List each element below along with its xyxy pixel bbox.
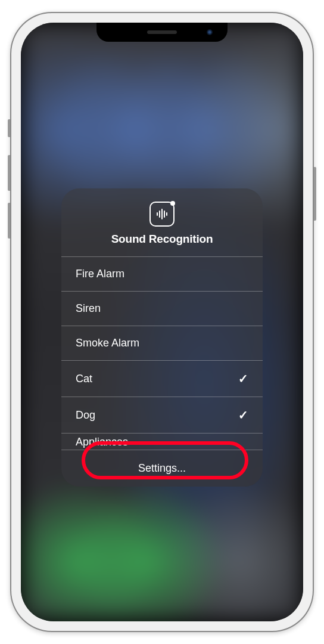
checkmark-icon: ✓: [238, 371, 248, 386]
list-item[interactable]: Cat✓: [61, 360, 263, 397]
list-item[interactable]: Siren: [61, 291, 263, 326]
list-item[interactable]: Dog✓: [61, 397, 263, 433]
list-item-label: Fire Alarm: [76, 268, 124, 280]
checkmark-icon: ✓: [238, 408, 248, 422]
sound-recognition-panel: Sound Recognition Fire AlarmSirenSmoke A…: [61, 188, 263, 487]
iphone-frame: Sound Recognition Fire AlarmSirenSmoke A…: [10, 12, 314, 632]
list-item-label: Cat: [76, 373, 92, 385]
front-camera: [207, 29, 213, 35]
list-item[interactable]: Fire Alarm: [61, 256, 263, 291]
list-item-partial[interactable]: Appliances: [61, 433, 263, 450]
speaker-grille: [147, 30, 177, 34]
list-item-label: Siren: [76, 302, 101, 315]
list-item-label: Appliances: [76, 436, 128, 448]
list-item-label: Smoke Alarm: [76, 337, 139, 349]
sounds-list[interactable]: Fire AlarmSirenSmoke AlarmCat✓Dog✓: [61, 256, 263, 433]
list-item[interactable]: Smoke Alarm: [61, 326, 263, 360]
sound-recognition-icon: [149, 202, 175, 227]
panel-header: Sound Recognition: [61, 188, 263, 256]
panel-title: Sound Recognition: [61, 233, 263, 246]
notch: [96, 23, 228, 42]
list-item-label: Dog: [76, 409, 95, 422]
screen: Sound Recognition Fire AlarmSirenSmoke A…: [21, 23, 303, 621]
settings-button[interactable]: Settings...: [61, 450, 263, 487]
settings-label: Settings...: [138, 462, 186, 474]
